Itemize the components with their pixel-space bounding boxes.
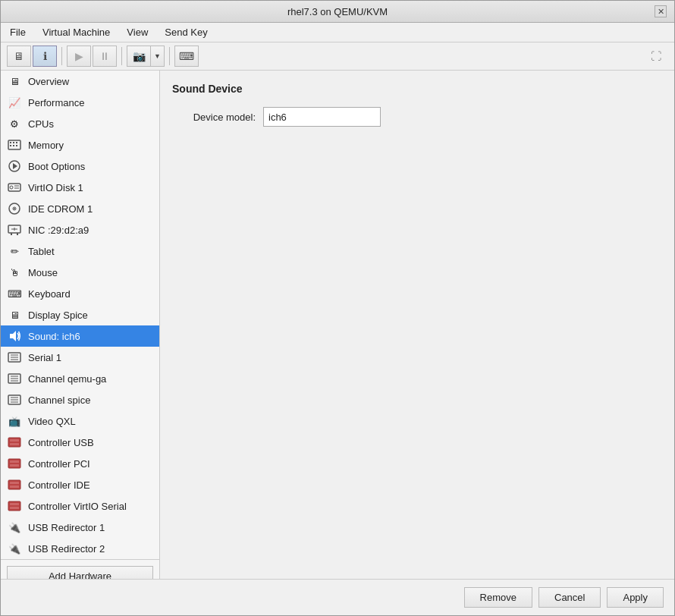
menu-file[interactable]: File (5, 25, 30, 39)
sidebar-label-ide-cdrom: IDE CDROM 1 (28, 203, 93, 215)
main-content: 🖥 Overview 📈 Performance ⚙ CPUs Memory (1, 71, 674, 579)
toolbar: 🖥 ℹ ▶ ⏸ 📷 ▼ ⌨ ⛶ (1, 42, 674, 71)
sidebar-item-controller-ide[interactable]: Controller IDE (1, 474, 159, 495)
toolbar-sendkey-btn[interactable]: ⌨ (174, 46, 199, 67)
video-icon: 📺 (7, 413, 22, 429)
sidebar-item-keyboard[interactable]: ⌨ Keyboard (1, 283, 159, 304)
controller-ide-icon (7, 477, 22, 492)
sidebar-item-boot-options[interactable]: Boot Options (1, 156, 159, 177)
controller-pci-icon (7, 456, 22, 471)
sidebar-label-usb-redirector-1: USB Redirector 1 (28, 522, 105, 533)
device-model-row: Device model: ich6 ac97 es1370 sb16 pcsp… (172, 107, 662, 127)
sidebar-item-performance[interactable]: 📈 Performance (1, 92, 159, 113)
sidebar-item-video-qxl[interactable]: 📺 Video QXL (1, 410, 159, 432)
svg-rect-3 (16, 142, 17, 143)
sidebar-item-nic[interactable]: NIC :29:d2:a9 (1, 219, 159, 240)
usb-redir2-icon: 🔌 (7, 541, 22, 556)
menu-send-key[interactable]: Send Key (160, 25, 212, 39)
sidebar-label-memory: Memory (28, 140, 64, 151)
sidebar-item-controller-virtio-serial[interactable]: Controller VirtIO Serial (1, 495, 159, 517)
sidebar-bottom: Add Hardware (1, 559, 159, 579)
sidebar-item-controller-pci[interactable]: Controller PCI (1, 453, 159, 474)
sidebar-item-display-spice[interactable]: 🖥 Display Spice (1, 304, 159, 325)
sidebar-item-mouse[interactable]: 🖱 Mouse (1, 262, 159, 283)
display-icon: 🖥 (7, 307, 22, 322)
svg-rect-37 (8, 459, 20, 468)
sidebar-label-display-spice: Display Spice (28, 310, 88, 321)
sidebar-label-controller-ide: Controller IDE (28, 479, 90, 491)
toolbar-pause-btn[interactable]: ⏸ (93, 46, 117, 67)
svg-rect-45 (10, 507, 19, 509)
menu-virtual-machine[interactable]: Virtual Machine (38, 25, 115, 39)
toolbar-monitor-btn[interactable]: 🖥 (7, 46, 31, 67)
bottom-bar: Remove Cancel Apply (1, 579, 674, 615)
sidebar-label-serial1: Serial 1 (28, 352, 61, 363)
svg-rect-5 (13, 145, 14, 146)
sidebar-label-channel-spice: Channel spice (28, 394, 90, 406)
apply-button[interactable]: Apply (607, 587, 664, 608)
svg-rect-2 (13, 142, 14, 143)
svg-rect-41 (10, 482, 19, 484)
cpus-icon: ⚙ (7, 116, 22, 131)
sidebar-item-overview[interactable]: 🖥 Overview (1, 71, 159, 92)
overview-icon: 🖥 (7, 74, 22, 89)
sidebar-label-overview: Overview (28, 76, 69, 87)
sidebar-label-keyboard: Keyboard (28, 288, 71, 300)
detail-spacer (172, 134, 662, 567)
sound-icon (7, 328, 22, 344)
svg-rect-6 (16, 145, 17, 146)
toolbar-fullscreen-btn[interactable]: ⛶ (644, 46, 668, 67)
detail-title: Sound Device (172, 83, 662, 95)
detail-panel: Sound Device Device model: ich6 ac97 es1… (160, 71, 674, 579)
sidebar-item-sound[interactable]: Sound: ich6 (1, 325, 159, 347)
toolbar-screenshot-dropdown[interactable]: ▼ (151, 46, 165, 67)
svg-rect-39 (10, 464, 19, 467)
remove-button[interactable]: Remove (464, 587, 532, 608)
menu-bar: File Virtual Machine View Send Key (1, 23, 674, 42)
sidebar-label-cpus: CPUs (28, 118, 54, 130)
channel-spice-icon (7, 392, 22, 407)
sidebar-label-controller-pci: Controller PCI (28, 458, 90, 470)
device-model-label: Device model: (172, 112, 256, 123)
close-button[interactable]: ✕ (655, 5, 667, 17)
add-hardware-button[interactable]: Add Hardware (7, 566, 153, 579)
sidebar-item-controller-usb[interactable]: Controller USB (1, 432, 159, 453)
sidebar-label-sound: Sound: ich6 (28, 331, 80, 342)
sidebar-item-ide-cdrom[interactable]: IDE CDROM 1 (1, 198, 159, 219)
menu-view[interactable]: View (122, 25, 152, 39)
sidebar-item-memory[interactable]: Memory (1, 134, 159, 156)
svg-rect-44 (10, 503, 19, 505)
svg-point-15 (14, 208, 15, 209)
sidebar-item-tablet[interactable]: ✏ Tablet (1, 240, 159, 262)
svg-rect-18 (17, 233, 18, 235)
sidebar-label-channel-qemu-ga: Channel qemu-ga (28, 373, 106, 385)
nic-icon (7, 222, 22, 237)
sidebar-item-usb-redirector-1[interactable]: 🔌 USB Redirector 1 (1, 517, 159, 538)
performance-icon: 📈 (7, 95, 22, 110)
disk-icon (7, 180, 22, 195)
toolbar-screenshot-btn[interactable]: 📷 (127, 46, 151, 67)
mouse-icon: 🖱 (7, 265, 22, 280)
toolbar-run-btn[interactable]: ▶ (67, 46, 91, 67)
svg-marker-8 (13, 163, 17, 169)
toolbar-info-btn[interactable]: ℹ (33, 46, 57, 67)
device-model-select[interactable]: ich6 ac97 es1370 sb16 pcspk (263, 107, 381, 127)
sidebar-item-virtio-disk[interactable]: VirtIO Disk 1 (1, 177, 159, 198)
sidebar-item-cpus[interactable]: ⚙ CPUs (1, 113, 159, 134)
sidebar-label-video-qxl: Video QXL (28, 416, 76, 427)
cancel-button[interactable]: Cancel (538, 587, 601, 608)
toolbar-screenshot-group: 📷 ▼ (127, 46, 165, 67)
svg-rect-36 (10, 443, 19, 445)
usb-redir1-icon: 🔌 (7, 520, 22, 535)
svg-rect-43 (8, 501, 20, 511)
sidebar-label-performance: Performance (28, 97, 84, 108)
sidebar-item-usb-redirector-2[interactable]: 🔌 USB Redirector 2 (1, 538, 159, 559)
sidebar-item-channel-spice[interactable]: Channel spice (1, 389, 159, 410)
svg-marker-21 (10, 331, 16, 341)
sidebar-item-channel-qemu-ga[interactable]: Channel qemu-ga (1, 368, 159, 389)
sidebar-item-serial1[interactable]: Serial 1 (1, 347, 159, 368)
channel-qemu-icon (7, 371, 22, 386)
sidebar-label-usb-redirector-2: USB Redirector 2 (28, 543, 105, 555)
toolbar-sep-2 (121, 47, 122, 65)
tablet-icon: ✏ (7, 244, 22, 259)
